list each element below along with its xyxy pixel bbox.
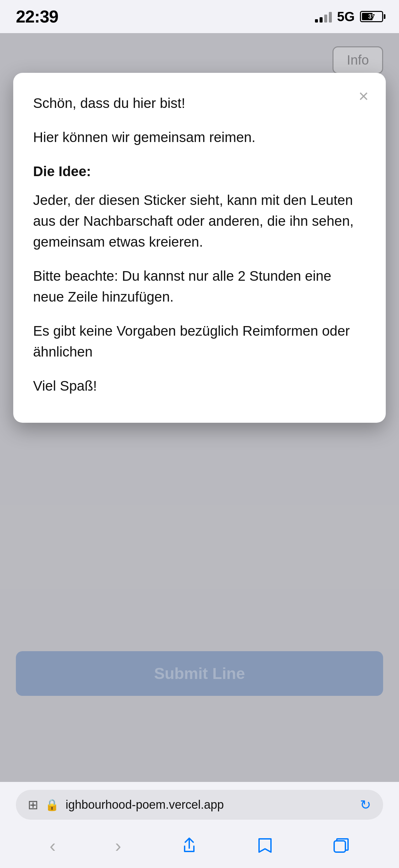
bookmark-button[interactable] (257, 837, 273, 854)
url-bar[interactable]: ⊞ 🔒 ighbourhood-poem.vercel.app ↻ (16, 790, 383, 820)
modal-heading: Die Idee: (33, 161, 366, 182)
modal-paragraph-3: Es gibt keine Vorgaben bezüglich Reimfor… (33, 320, 366, 362)
status-bar: 22:39 5G 37 (0, 0, 399, 33)
reload-icon[interactable]: ↻ (360, 797, 371, 812)
share-button[interactable] (180, 837, 198, 854)
forward-button[interactable]: › (115, 835, 122, 857)
svg-rect-0 (334, 841, 345, 852)
modal-close-button[interactable]: × (359, 87, 369, 104)
browser-bar: ⊞ 🔒 ighbourhood-poem.vercel.app ↻ ‹ › (0, 782, 399, 868)
browser-navigation: ‹ › (0, 820, 399, 866)
battery-icon: 37 (360, 11, 383, 22)
modal-paragraph-4: Viel Spaß! (33, 375, 366, 396)
status-right: 5G 37 (315, 9, 383, 24)
url-text[interactable]: ighbourhood-poem.vercel.app (66, 798, 353, 812)
tabs-icon: ⊞ (28, 798, 38, 812)
info-modal: × Schön, dass du hier bist! Hier können … (13, 73, 386, 423)
back-button[interactable]: ‹ (49, 835, 56, 857)
modal-greeting: Schön, dass du hier bist! (33, 93, 366, 114)
tabs-switcher-button[interactable] (332, 837, 350, 854)
signal-bars-icon (315, 10, 332, 23)
modal-content: Schön, dass du hier bist! Hier können wi… (33, 93, 366, 396)
modal-paragraph-2: Bitte beachte: Du kannst nur alle 2 Stun… (33, 266, 366, 307)
lock-icon: 🔒 (45, 798, 59, 811)
status-time: 22:39 (16, 7, 58, 27)
network-label: 5G (337, 9, 355, 24)
modal-paragraph-1: Jeder, der diesen Sticker sieht, kann mi… (33, 190, 366, 252)
modal-intro: Hier können wir gemeinsam reimen. (33, 127, 366, 148)
